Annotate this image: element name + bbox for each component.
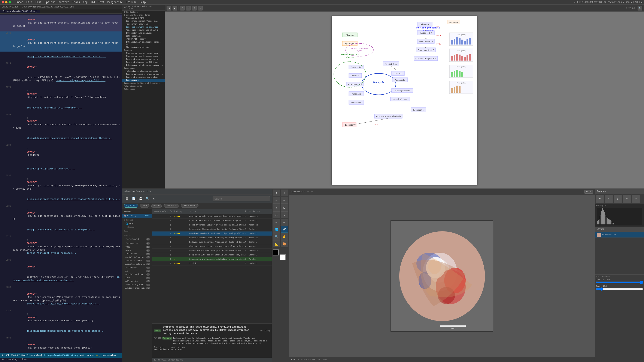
pdf-next-btn[interactable]: ▶ [172,6,177,10]
group-cea-cas[interactable]: 「CEA/CASの長… 20 [122,237,152,241]
gimp-tool-rect-select[interactable]: ◻ [281,204,288,211]
pdf-toc-list[interactable]: Introduction Experimental procedures Ani… [122,11,165,188]
group-0000[interactable]: 0000 17 [122,245,152,249]
toc-item-immuno[interactable]: Immunoblotting analysis [122,32,165,35]
menu-edit[interactable]: Edit [36,1,42,4]
group-ampk-review[interactable]: AMPK review 7 [122,280,152,283]
toc-item-acknowledgements[interactable]: Acknowledgements [122,85,165,88]
menu-tbl[interactable]: Tbl [90,1,95,4]
table-row[interactable]: 1 ★★★★★ TTC染色 T. Imahori [152,261,272,266]
table-row[interactable]: 1 Stent Expansion and In-Stent Thrombus … [152,219,272,223]
toc-item-references[interactable]: References [122,88,165,91]
filter-title[interactable]: Title [140,204,150,208]
filter-person[interactable]: Person [151,204,162,208]
toc-item-temporal-exp[interactable]: Temporal expression patterns... [122,58,165,61]
gimp-layers-area[interactable]: PCD09248.TIF [595,232,644,275]
gimp-tool-resize[interactable]: ↔ [273,197,280,204]
filter-file-content[interactable]: File Content [181,204,198,208]
gimp-tool-colorpicker[interactable]: 🎨 [281,241,288,247]
jabref-menu-btn[interactable]: ☰ [124,196,130,202]
gimp-tool-ellipse[interactable]: ◯ [273,211,280,218]
toc-item-metabolic[interactable]: Metabolic profiling suggests... [122,70,165,73]
menu-emacs[interactable]: Emacs [16,1,23,4]
jabref-new-btn[interactable]: 📄 [130,196,136,202]
gimp-tool-clone[interactable]: 🖌 [281,226,288,233]
gimp-tool-lasso[interactable]: ⟟ [281,211,288,218]
gimp-tool-crop[interactable]: ✂ [281,197,288,204]
group-more[interactable]: ... [122,290,152,293]
table-row[interactable]: 1 Mechanical Thrombectomy for Acute Isch… [152,227,272,232]
toc-item-geneset[interactable]: Gene set enrichment analysis , [122,26,165,29]
gimp-tool-select[interactable]: ✥ [273,190,280,196]
group-acromegaly[interactable]: acromegaly 1 [122,266,152,269]
toc-item-conclusions[interactable]: Conclusions [122,79,165,82]
toc-item-exp[interactable]: Experimental procedures [122,14,165,17]
menu-tools[interactable]: Tools [72,1,80,4]
menu-prelude[interactable]: Prelude [126,1,136,4]
menu-projectile[interactable]: Projectile [108,1,123,4]
gimp-canvas-content[interactable]: 1mm [289,195,595,357]
table-row[interactable]: 1 ★★★★★ Pentose phosphate pathway activa… [152,214,272,219]
gimp-tool-fill[interactable]: 🪣 [273,226,280,233]
table-row[interactable]: 1 Long-Term Outcomes of Carotid Endarter… [152,253,272,257]
gimp-fg-color[interactable] [273,250,279,256]
gimp-tool-paintbrush[interactable]: ✑ [281,219,288,226]
group-acoustic1[interactable]: Acoustic schwa... 7 [122,259,152,263]
toc-item-cerebral[interactable]: Changes in the cerebral corr... [122,52,165,55]
jabref-save-btn[interactable]: 💾 [138,196,144,202]
toc-item-gas[interactable]: Gas-chromatography/mass-s... [122,20,165,23]
group-acoustic2[interactable]: Acoustic schwa... 1 [122,263,152,266]
pdf-zoom-out-btn[interactable]: − [186,6,191,10]
gimp-layer-background[interactable]: PCD09248.TIF [595,232,644,238]
gimp-tool-rotate[interactable]: ⊘ [273,204,280,211]
brush-1[interactable]: ● [596,195,604,203]
toc-item-transcriptome[interactable]: Changes in the transcriptome... [122,55,165,58]
table-row[interactable]: 1 WP259: Metabolomic Analysis of Ischemi… [152,249,272,253]
menu-org[interactable]: Org [83,1,88,4]
toc-item-realtime[interactable]: Real-time polymerase chain r... [122,29,165,32]
toc-item-discussion[interactable]: Discussion [122,67,165,70]
jabref-settings-btn[interactable]: ⚙ [151,196,157,202]
gimp-tool-move[interactable]: ⊹ [281,190,288,196]
toc-item-transcriptional[interactable]: Transcriptional profiling sug... [122,73,165,76]
group-amyloid2[interactable]: Amyloid angiopat... 1 [122,287,152,290]
toc-item-disclosure[interactable]: Disclosure/Conflict of Interest [122,82,165,85]
jabref-table-body[interactable]: 1 ★★★★★ Pentose phosphate pathway activa… [152,214,272,324]
table-row[interactable]: 2 ★★ Compensatory glutamine metabolism p… [152,257,272,261]
group-alcohol[interactable]: Alcohol Smoking 1 [122,273,152,276]
gimp-tool-pencil[interactable]: ✏ [273,219,280,226]
toc-item-intro[interactable]: Introduction [122,11,165,14]
toc-item-nadph[interactable]: NADPH/NADP+ assay [122,38,165,41]
pdf-zoom-in-btn[interactable]: + [180,6,185,10]
pdf-rotate-btn[interactable]: ↺ [198,6,203,10]
table-row[interactable]: 1 Focal hypersensitivity in the dorsal b… [152,223,272,227]
jabref-search-btn-tool[interactable]: 🔍 [144,196,150,202]
brush-4[interactable]: ✱ [623,195,631,203]
pdf-search-btn[interactable]: 🔍 [638,6,642,10]
menu-buffers[interactable]: Buffers [58,1,69,4]
menu-file[interactable]: File [26,1,32,4]
emacs-tab[interactable]: Taipapablog-20180816_v2.org [0,10,40,13]
group-cea-all[interactable]: 「CEAのすべて」 71 [122,241,152,245]
table-row[interactable]: 1 Abstract WP133: Long-term Outcomes of … [152,244,272,249]
toc-item-animals[interactable]: Animals and MCAO [122,17,165,20]
group-acetyl[interactable]: acetyl-CoA carb... 7 [122,256,152,259]
gimp-tool-measure[interactable]: 📐 [273,241,280,247]
group-5ala[interactable]: 5-ALA 11 [122,249,152,252]
gimp-bg-color[interactable] [280,254,286,260]
toc-item-inhibition[interactable]: Inhibition of phosphorylation... [122,64,165,67]
toc-item-results[interactable]: Results [122,49,165,52]
pdf-content-area[interactable]: Pentose phosphate pathway Glucose Glucos… [165,11,644,188]
toc-item-intracellular[interactable]: Intracellular oxidative stress d... [122,41,165,46]
menu-text[interactable]: Text [98,1,104,4]
group-ampk[interactable]: AMPK 53 [122,276,152,280]
brush-5[interactable]: ○ [632,195,640,203]
gimp-tool-hand[interactable]: ✋ [281,233,288,240]
group-ai[interactable]: AI 1 [122,269,152,273]
group-abcd[interactable]: ABCD score 14 [122,252,152,256]
table-row[interactable]: 1 Endovascular Internal Trapping of Rupt… [152,240,272,244]
jabref-web-item[interactable]: 🌐 Web [122,222,152,226]
gimp-zoom-btn[interactable]: 46.7% [584,190,593,194]
filter-skim-notes[interactable]: Skim Notes [164,204,179,208]
toc-item-temporal-g6pd[interactable]: Temporal changes in G6PD ac... [122,61,165,64]
